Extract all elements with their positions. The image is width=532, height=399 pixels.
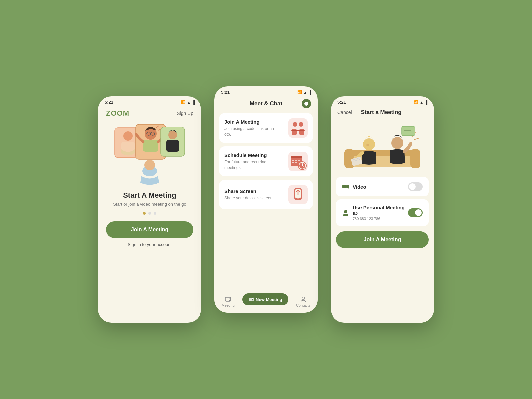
nav-meeting-label: Meeting [222, 303, 235, 307]
svg-point-46 [366, 144, 369, 146]
schedule-meeting-card[interactable]: Schedule Meeting For future and recurrin… [219, 146, 313, 176]
svg-point-16 [293, 122, 297, 127]
personal-id-icon [342, 209, 349, 216]
svg-point-50 [391, 137, 403, 149]
svg-rect-39 [249, 298, 252, 301]
svg-rect-28 [292, 162, 294, 163]
status-bar-3: 5:21 📶 ▲ ▐ [331, 96, 434, 106]
share-screen-card[interactable]: Share Screen Share your device's screen. [219, 180, 313, 209]
join-meeting-card[interactable]: Join A Meeting Join using a code, link o… [219, 113, 313, 143]
svg-rect-24 [291, 156, 302, 158]
join-meeting-button[interactable]: Join A Meeting [106, 221, 193, 238]
status-bar-2: 5:21 📶 ▲ ▐ [214, 86, 318, 96]
svg-rect-54 [402, 126, 415, 136]
p3-join-button[interactable]: Join A Meeting [336, 231, 429, 248]
p3-page-title: Start a Meeting [361, 109, 402, 116]
status-time-2: 5:21 [221, 90, 230, 95]
avatar-inner [304, 102, 308, 106]
share-screen-card-text: Share Screen Share your device's screen. [224, 188, 274, 201]
status-icons-3: 📶 ▲ ▐ [414, 100, 427, 104]
wifi-icon-3: 📶 [414, 100, 418, 104]
status-bar-1: 5:21 📶 ▲ ▐ [98, 96, 201, 106]
phone-1: 5:21 📶 ▲ ▐ ZOOM Sign Up [98, 96, 201, 323]
svg-rect-18 [292, 129, 297, 135]
svg-line-52 [414, 138, 418, 140]
status-time-3: 5:21 [337, 100, 346, 105]
wifi-icon: 📶 [181, 100, 186, 104]
share-screen-icon [288, 185, 308, 204]
svg-point-58 [344, 210, 347, 213]
schedule-meeting-icon [288, 152, 308, 171]
svg-rect-44 [410, 149, 420, 168]
status-time-1: 5:21 [105, 100, 113, 105]
svg-point-45 [363, 138, 375, 150]
p1-main-title: Start A Meeting [98, 191, 201, 200]
svg-rect-25 [292, 160, 294, 161]
join-meeting-icon [288, 118, 308, 138]
new-meeting-label: New Meeting [256, 297, 282, 302]
video-option: Video [336, 177, 429, 196]
personal-id-text: Use Personal Meeting ID 780 683 123 786 [353, 205, 408, 221]
schedule-card-title: Schedule Meeting [224, 152, 274, 158]
share-card-title: Share Screen [224, 188, 274, 194]
dot-1 [143, 212, 146, 215]
nav-contacts-label: Contacts [296, 303, 310, 307]
status-icons-2: 📶 ▲ ▐ [297, 90, 311, 94]
svg-rect-29 [295, 162, 297, 163]
svg-rect-15 [288, 118, 308, 138]
p1-pagination [98, 212, 201, 215]
battery-icon: ▐ [192, 100, 195, 104]
wifi-icon-2: 📶 [297, 90, 302, 94]
svg-point-11 [168, 131, 177, 139]
video-option-left: Video [342, 183, 366, 190]
video-toggle[interactable] [408, 182, 423, 191]
svg-rect-12 [166, 140, 179, 152]
svg-rect-26 [295, 160, 297, 161]
p1-header: ZOOM Sign Up [98, 106, 201, 118]
join-card-desc: Join using a code, link or an otp. [224, 126, 274, 137]
schedule-meeting-card-text: Schedule Meeting For future and recurrin… [224, 152, 274, 171]
svg-rect-27 [298, 160, 300, 161]
svg-rect-42 [346, 150, 419, 156]
share-card-desc: Share your device's screen. [224, 195, 274, 201]
p2-title: Meet & Chat [230, 100, 302, 107]
personal-id-toggle[interactable] [408, 208, 423, 217]
p2-header: Meet & Chat [214, 96, 318, 112]
p2-avatar[interactable] [302, 99, 311, 108]
dot-3 [154, 212, 156, 215]
signal-icon-3: ▲ [420, 100, 423, 104]
svg-point-40 [302, 297, 305, 300]
video-icon [342, 183, 349, 190]
svg-rect-19 [299, 129, 304, 135]
dot-2 [148, 212, 151, 215]
join-card-title: Join A Meeting [224, 119, 274, 125]
svg-point-1 [123, 131, 133, 141]
cancel-button[interactable]: Cancel [337, 110, 352, 115]
signin-link[interactable]: Sign in to your account [98, 242, 201, 247]
signup-link[interactable]: Sign Up [177, 111, 193, 116]
personal-id-number: 780 683 123 786 [353, 217, 408, 221]
phone-2: 5:21 📶 ▲ ▐ Meet & Chat Join A Meeting Jo… [214, 86, 318, 313]
svg-rect-20 [291, 130, 305, 131]
personal-id-option-left: Use Personal Meeting ID 780 683 123 786 [342, 205, 408, 221]
svg-rect-57 [342, 185, 347, 188]
svg-point-17 [299, 122, 303, 127]
battery-icon-2: ▐ [308, 90, 311, 94]
toggle-knob-video [409, 183, 416, 190]
join-meeting-card-text: Join A Meeting Join using a code, link o… [224, 119, 274, 137]
personal-id-label: Use Personal Meeting ID [353, 205, 408, 216]
p2-cards: Join A Meeting Join using a code, link o… [214, 113, 318, 209]
p3-options: Video Use Personal Meeting ID 780 683 12… [331, 177, 434, 226]
phone-3: 5:21 📶 ▲ ▐ Cancel Start a Meeting [331, 96, 434, 323]
zoom-logo: ZOOM [106, 109, 129, 118]
video-label: Video [353, 184, 366, 190]
new-meeting-button[interactable]: New Meeting [242, 293, 288, 305]
p2-bottom-nav: Meeting New Meeting Contacts [214, 293, 318, 313]
svg-point-37 [297, 198, 299, 200]
signal-icon-2: ▲ [303, 90, 307, 94]
p1-illustration [113, 124, 186, 188]
nav-meeting[interactable]: Meeting [222, 296, 235, 307]
schedule-card-desc: For future and recurring meetings [224, 159, 274, 171]
p1-subtitle: Start or join a video meeting on the go [98, 201, 201, 207]
nav-contacts[interactable]: Contacts [296, 296, 310, 307]
